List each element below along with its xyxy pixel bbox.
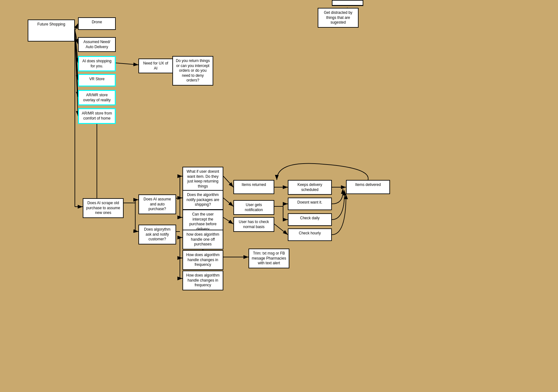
get-distracted-node: Get distracted by things that are sugest… [318,8,359,28]
svg-line-36 [274,224,288,235]
svg-line-27 [223,198,233,206]
svg-line-5 [75,31,78,97]
ar-overlay-node: AR/MR store overlay of reality [78,90,116,105]
svg-line-2 [75,31,78,44]
svg-line-26 [223,176,233,187]
return-intercept-node: Do you return things or can you intercep… [172,56,213,86]
svg-line-3 [75,31,78,63]
check-daily-node: Check daily [288,213,332,226]
does-algo-notify-node: Does the algorithm notify packages are s… [182,190,223,210]
trim-txt-node: Trim: txt msg or FB mesage Pharmacies wi… [248,249,289,268]
future-shopping-node: Future Shopping [28,20,75,42]
ai-shopping-node: AI does shopping for you. [78,56,116,71]
ar-home-node: AR/MR store from comfort of home [78,108,116,124]
does-ai-scrape-node: Does AI scrape old purchase to assume ne… [83,198,124,218]
how-changes-freq1-node: How does algorithm handle changes in fre… [182,250,223,270]
svg-line-6 [75,31,78,116]
user-check-normal-node: User has to check normal basis [233,217,274,232]
how-one-off-node: how does algorithm handle one off purcha… [182,230,223,249]
doesnt-want-node: Doesnt want it. [288,198,332,210]
items-returned-node: Items returned [233,180,274,194]
svg-line-14 [135,231,138,232]
assumed-need-node: Assumed Need/ Auto Delivery [78,37,116,52]
drone-node: Drone [78,17,116,30]
top-node-node [332,0,363,6]
need-ux-ai-node: Need for UX of AI [138,59,173,73]
what-if-user-node: What if user doesnt want item. Do they j… [182,167,223,191]
svg-line-1 [75,24,78,31]
check-hourly-node: Check hourly [288,228,332,241]
does-ai-assume-node: Does AI assume and auto purchase? [138,194,176,214]
user-gets-notification-node: User gets notification [233,200,274,215]
keeps-delivery-node: Keeps delivery scheduled [288,180,332,195]
svg-line-4 [75,31,78,80]
does-algo-ask-node: Does algorythm ask and notify customer? [138,225,176,244]
items-delivered-node: Items delivered [346,180,390,194]
vr-store-node: VR Store [78,74,116,87]
svg-line-28 [223,217,233,224]
svg-line-8 [116,63,138,65]
how-changes-freq2-node: How does algorithm handle changes in fre… [182,271,223,290]
